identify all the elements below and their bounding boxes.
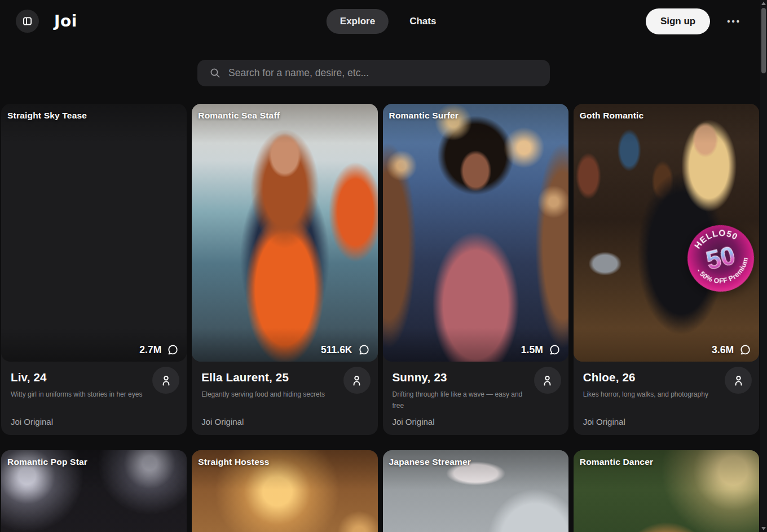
character-card[interactable]: Romantic Pop Star	[1, 450, 187, 532]
chat-count-value: 1.5M	[521, 344, 543, 356]
scroll-down-arrow-icon[interactable]	[761, 527, 766, 530]
chat-count-value: 2.7M	[139, 344, 161, 356]
person-icon	[159, 373, 173, 388]
tab-explore[interactable]: Explore	[327, 9, 389, 34]
chat-count: 3.6M	[712, 344, 752, 357]
panel-left-icon	[22, 16, 33, 27]
scrollbar-thumb[interactable]	[761, 8, 766, 73]
character-image: Japanese Streamer	[383, 450, 568, 532]
character-image: Romantic Sea Staff 511.6K	[192, 104, 377, 362]
ellipsis-icon: •••	[727, 16, 741, 26]
character-info: Sunny, 23 Drifting through life like a w…	[383, 362, 568, 435]
character-image: Straight Sky Tease 2.7M	[1, 104, 187, 362]
chat-bubble-icon	[548, 344, 561, 357]
chat-count: 1.5M	[521, 344, 561, 357]
chat-bubble-icon	[739, 344, 752, 357]
category-badge: Romantic Dancer	[580, 457, 653, 467]
category-badge: Straight Hostess	[198, 457, 269, 467]
category-badge: Romantic Pop Star	[7, 457, 87, 467]
character-description: Elegantly serving food and hiding secret…	[201, 389, 340, 401]
sign-up-button[interactable]: Sign up	[646, 8, 710, 34]
category-badge: Romantic Sea Staff	[198, 111, 280, 121]
character-card[interactable]: Straight Hostess	[192, 450, 377, 532]
character-card[interactable]: Romantic Dancer	[574, 450, 759, 532]
character-card[interactable]: Japanese Streamer	[383, 450, 568, 532]
sidebar-toggle-button[interactable]	[16, 10, 39, 33]
brand-label: Joi Original	[11, 417, 53, 427]
character-card[interactable]: Romantic Sea Staff 511.6K Ella Laurent, …	[192, 104, 377, 435]
category-badge: Romantic Surfer	[389, 111, 459, 121]
profile-button[interactable]	[534, 367, 561, 394]
chat-count: 2.7M	[139, 344, 179, 357]
search-bar[interactable]	[197, 60, 550, 86]
chat-count-value: 511.6K	[321, 344, 352, 356]
character-description: Witty girl in uniforms with stories in h…	[11, 389, 149, 401]
character-description: Likes horror, long walks, and photograph…	[583, 389, 722, 401]
tab-chats[interactable]: Chats	[409, 16, 436, 27]
character-image: Romantic Surfer 1.5M	[383, 104, 568, 362]
character-image: Straight Hostess	[192, 450, 377, 532]
character-description: Drifting through life like a wave — easy…	[393, 389, 531, 412]
main-nav: Explore Chats	[327, 9, 437, 34]
discount-sticker[interactable]: HELLO50 50 - 50% OFF Premium	[679, 217, 759, 300]
person-icon	[350, 373, 364, 388]
character-info: Ella Laurent, 25 Elegantly serving food …	[192, 362, 377, 435]
person-icon	[540, 373, 554, 388]
character-image: Romantic Dancer	[574, 450, 759, 532]
person-icon	[731, 373, 746, 388]
profile-button[interactable]	[343, 367, 371, 394]
chat-count: 511.6K	[321, 344, 370, 357]
header: Joi Explore Chats Sign up •••	[0, 0, 767, 42]
brand-label: Joi Original	[393, 417, 435, 427]
app-logo[interactable]: Joi	[54, 12, 77, 30]
header-actions: Sign up •••	[646, 8, 741, 34]
scroll-up-arrow-icon[interactable]	[761, 2, 766, 5]
search-input[interactable]	[228, 67, 538, 79]
chat-count-value: 3.6M	[712, 344, 734, 356]
card-grid: Straight Sky Tease 2.7M Liv, 24 Witty gi…	[1, 104, 759, 532]
character-info: Liv, 24 Witty girl in uniforms with stor…	[1, 362, 187, 435]
chat-bubble-icon	[358, 344, 371, 357]
character-card[interactable]: Romantic Surfer 1.5M Sunny, 23 Drifting …	[383, 104, 568, 435]
character-info: Chloe, 26 Likes horror, long walks, and …	[574, 362, 759, 435]
character-name: Ella Laurent, 25	[201, 371, 368, 384]
profile-button[interactable]	[725, 367, 752, 394]
profile-button[interactable]	[152, 367, 179, 394]
search-icon	[209, 67, 221, 79]
category-badge: Straight Sky Tease	[7, 111, 87, 121]
overflow-menu-button[interactable]: •••	[727, 17, 741, 25]
scrollbar[interactable]	[760, 0, 767, 532]
category-badge: Japanese Streamer	[389, 457, 471, 467]
brand-label: Joi Original	[583, 417, 625, 427]
brand-label: Joi Original	[201, 417, 244, 427]
character-image: Romantic Pop Star	[1, 450, 187, 532]
character-card[interactable]: Straight Sky Tease 2.7M Liv, 24 Witty gi…	[1, 104, 187, 435]
character-card[interactable]: Goth Romantic	[574, 104, 759, 435]
chat-bubble-icon	[166, 344, 179, 357]
character-image: Goth Romantic	[574, 104, 759, 362]
category-badge: Goth Romantic	[580, 111, 644, 121]
